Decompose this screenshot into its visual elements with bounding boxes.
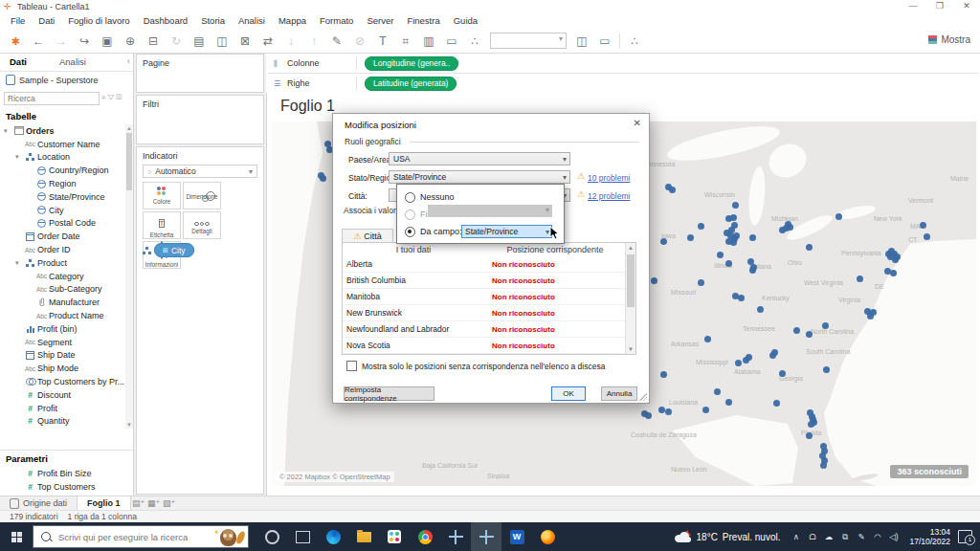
file-explorer-icon[interactable] [348, 522, 379, 551]
map-mark[interactable] [885, 251, 892, 257]
map-mark[interactable] [892, 256, 899, 263]
filters-card[interactable]: Filtri [136, 95, 264, 144]
swap-axes-icon[interactable]: ⇄ [256, 30, 279, 53]
map-mark[interactable] [728, 227, 735, 233]
city-pill[interactable]: ⊞City [154, 243, 194, 257]
map-mark[interactable] [658, 407, 665, 413]
chrome-icon[interactable] [410, 522, 440, 551]
mark-button-dimensione[interactable]: Dimensione [183, 182, 221, 209]
map-attribution[interactable]: © 2022 Mapbox © OpenStreetMap [276, 472, 394, 482]
field-sub-category[interactable]: AbcSub-Category [0, 283, 126, 297]
map-mark[interactable] [687, 234, 694, 241]
firefox-icon[interactable] [532, 522, 563, 551]
map-mark[interactable] [660, 238, 667, 245]
table-row[interactable]: AlbertaNon riconosciuto [343, 256, 626, 273]
menu-server[interactable]: Server [360, 13, 400, 29]
map-mark[interactable] [733, 232, 740, 239]
menu-file[interactable]: File [4, 13, 32, 29]
close-button[interactable]: ✕ [953, 0, 980, 12]
map-mark[interactable] [698, 223, 704, 230]
map-mark[interactable] [857, 276, 863, 282]
daily-image-owl[interactable]: ✦ [213, 528, 246, 547]
clear-sheet-icon[interactable]: ⊠ [234, 30, 256, 53]
search-filter-icons[interactable]: ⌕▽▥ [101, 93, 123, 102]
map-mark[interactable] [749, 234, 756, 241]
field-postal-code[interactable]: Postal Code [0, 217, 126, 231]
start-button[interactable] [0, 522, 33, 551]
fit-axes-icon[interactable]: ▥ [417, 30, 440, 53]
field-segment[interactable]: AbcSegment [0, 336, 126, 349]
map-mark[interactable] [793, 327, 800, 334]
sort-descending-icon[interactable]: ↑ [302, 30, 325, 53]
presentation-mode-icon[interactable]: ▭ [440, 30, 463, 53]
sort-ascending-icon[interactable]: ↓ [279, 30, 302, 53]
scroll-up-icon[interactable]: ▲ [626, 243, 635, 253]
table-row[interactable]: Nova ScotiaNon riconosciuto [343, 338, 626, 354]
fit-select[interactable] [490, 33, 567, 49]
checkbox-icon[interactable] [346, 361, 357, 371]
map-mark[interactable] [725, 260, 732, 267]
map-mark[interactable] [808, 421, 814, 428]
state-problems-link[interactable]: 10 problemi [588, 173, 630, 183]
radio-icon[interactable] [405, 192, 415, 203]
radio-icon[interactable] [405, 227, 415, 237]
reset-matches-button[interactable]: Reimposta corrispondenze [344, 386, 434, 401]
table-row[interactable]: British ColumbiaNon riconosciuto [343, 273, 626, 289]
table-scrollbar[interactable]: ▲ ▼ [625, 243, 635, 354]
field-list-scrollbar[interactable]: ▲ ▼ [125, 124, 133, 429]
map-mark[interactable] [735, 360, 742, 366]
action-center-icon[interactable]: 1 [958, 530, 972, 543]
mark-button-etichetta[interactable]: TEtichetta [143, 211, 181, 239]
option-nessuno[interactable]: Nessuno [405, 190, 455, 204]
new-worksheet-tab-icon[interactable]: ▤⁺ [131, 496, 146, 510]
table-row[interactable]: New BrunswickNon riconosciuto [343, 305, 626, 321]
tab-analisi[interactable]: Analisi [59, 54, 86, 71]
map-mark[interactable] [320, 175, 326, 182]
field-order-id[interactable]: AbcOrder ID [0, 243, 126, 256]
mark-button-dettagli[interactable]: Dettagli [183, 211, 221, 239]
tableau-logo-icon[interactable]: ✱ [4, 30, 27, 53]
field-customer-name[interactable]: AbcCustomer Name [0, 138, 126, 151]
field-discount[interactable]: #Discount [0, 388, 126, 402]
ok-button[interactable]: OK [551, 386, 586, 401]
new-story-tab-icon[interactable]: ▧⁺ [162, 496, 177, 510]
clock[interactable]: 13:04 17/10/2022 [909, 527, 950, 546]
field-top-customers[interactable]: #Top Customers [0, 480, 126, 494]
field-order-date[interactable]: Order Date [0, 230, 126, 243]
menu-dati[interactable]: Dati [32, 13, 61, 29]
country-select[interactable]: USA [389, 152, 570, 165]
field-profit-bin[interactable]: Profit (bin) [0, 322, 126, 336]
menu-mappa[interactable]: Mappa [272, 13, 313, 29]
map-mark[interactable] [717, 252, 724, 258]
volume-icon[interactable]: ◁) [887, 532, 900, 541]
menu-storia[interactable]: Storia [194, 13, 232, 29]
map-mark[interactable] [779, 370, 786, 377]
map-mark[interactable] [714, 388, 721, 395]
taskbar-search-input[interactable] [56, 531, 204, 543]
cast-icon[interactable]: ⧉ [838, 532, 851, 542]
map-mark[interactable] [773, 400, 780, 407]
scroll-thumb[interactable] [126, 133, 132, 190]
new-dashboard-tab-icon[interactable]: ▦⁺ [146, 496, 162, 510]
field-product-name[interactable]: AbcProduct Name [0, 309, 126, 322]
radio-icon[interactable] [405, 209, 415, 220]
map-mark[interactable] [749, 267, 756, 274]
field-country-region[interactable]: Country/Region [0, 164, 126, 177]
edge-icon[interactable] [318, 522, 348, 551]
map-mark[interactable] [660, 371, 667, 378]
cancel-button[interactable]: Annulla [601, 386, 637, 401]
map-mark[interactable] [669, 187, 676, 193]
map-mark[interactable] [702, 407, 709, 413]
pen-icon[interactable]: ✎ [855, 532, 867, 541]
minimize-button[interactable]: — [900, 0, 926, 12]
field-manufacturer[interactable]: Manufacturer [0, 296, 126, 309]
field-top-customers-by-pr[interactable]: Top Customers by Pr... [0, 375, 126, 388]
map-mark[interactable] [732, 202, 739, 209]
add-datasource-icon[interactable]: ⊕ [119, 30, 142, 53]
city-problems-link[interactable]: 12 problemi [588, 191, 630, 201]
field-location[interactable]: ▾Location [0, 151, 126, 165]
map-mark[interactable] [867, 313, 874, 320]
latitude-pill[interactable]: Latitudine (generata) [365, 77, 457, 91]
datasource-tab[interactable]: Origine dati [0, 496, 77, 510]
scroll-down-icon[interactable]: ▼ [626, 344, 635, 354]
